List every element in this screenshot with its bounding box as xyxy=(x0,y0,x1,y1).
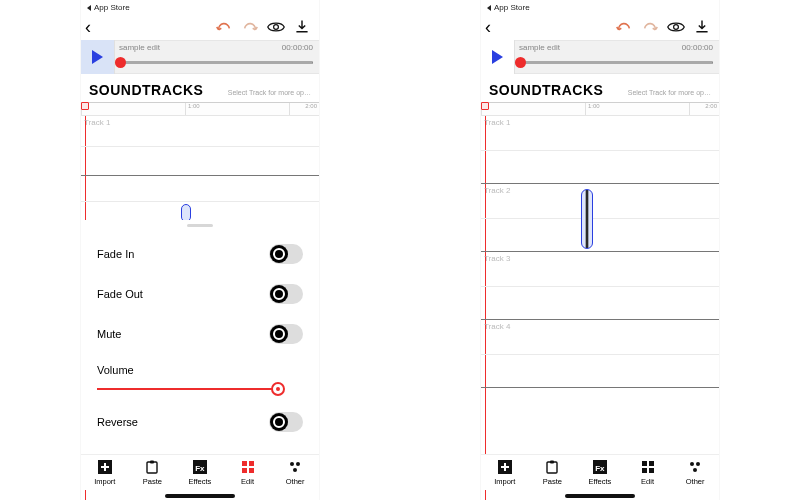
svg-point-11 xyxy=(296,462,300,466)
dots-icon xyxy=(287,459,303,475)
track-label: Track 1 xyxy=(84,118,110,127)
home-indicator[interactable] xyxy=(565,494,635,498)
download-icon xyxy=(694,19,710,35)
redo-icon xyxy=(242,20,258,34)
tracks-area[interactable]: Track 1 Track 2 Track 3 Track 4 xyxy=(481,116,719,500)
transport-progress xyxy=(515,61,713,64)
track-1[interactable]: Track 1 xyxy=(481,116,719,184)
play-icon xyxy=(492,50,503,64)
section-hint: Select Track for more op… xyxy=(228,89,311,96)
dots-icon xyxy=(687,459,703,475)
tab-other[interactable]: Other xyxy=(271,455,319,490)
transport-bar: sample edit 00:00:00 xyxy=(481,40,719,74)
section-header: SOUNDTRACKS Select Track for more op… xyxy=(481,74,719,102)
undo-button[interactable] xyxy=(211,20,237,34)
play-button[interactable] xyxy=(81,40,115,74)
mute-toggle[interactable] xyxy=(269,324,303,344)
screen-right: App Store ‹ sample edit 00:00:00 SOUNDTR… xyxy=(480,0,720,500)
top-toolbar: ‹ xyxy=(481,14,719,40)
tab-effects[interactable]: Fx Effects xyxy=(576,455,624,490)
track-1[interactable]: Track 1 xyxy=(81,116,319,176)
mute-row: Mute xyxy=(81,314,319,354)
svg-rect-2 xyxy=(147,462,157,473)
transport-track[interactable]: sample edit 00:00:00 xyxy=(115,41,319,73)
svg-rect-6 xyxy=(242,461,247,466)
svg-rect-21 xyxy=(642,468,647,473)
transport-time: 00:00:00 xyxy=(282,43,313,52)
fade-in-toggle[interactable] xyxy=(269,244,303,264)
undo-button[interactable] xyxy=(611,20,637,34)
svg-point-10 xyxy=(290,462,294,466)
volume-row: Volume xyxy=(81,354,319,402)
bottom-tabbar: Import Paste Fx Effects Edit Other xyxy=(81,454,319,490)
svg-rect-19 xyxy=(642,461,647,466)
tab-label: Import xyxy=(94,477,115,486)
status-back-label: App Store xyxy=(94,3,130,12)
svg-rect-20 xyxy=(649,461,654,466)
redo-button[interactable] xyxy=(637,20,663,34)
tab-label: Edit xyxy=(241,477,254,486)
tab-label: Effects xyxy=(589,477,612,486)
svg-rect-15 xyxy=(547,462,557,473)
top-toolbar: ‹ xyxy=(81,14,319,40)
tab-paste[interactable]: Paste xyxy=(529,455,577,490)
undo-icon xyxy=(216,20,232,34)
tab-edit[interactable]: Edit xyxy=(624,455,672,490)
track-label: Track 4 xyxy=(484,322,510,331)
plus-icon xyxy=(97,459,113,475)
tab-import[interactable]: Import xyxy=(81,455,129,490)
tab-import[interactable]: Import xyxy=(481,455,529,490)
redo-icon xyxy=(642,20,658,34)
transport-knob[interactable] xyxy=(115,57,126,68)
volume-slider[interactable] xyxy=(97,382,287,396)
preview-button[interactable] xyxy=(663,20,689,34)
download-button[interactable] xyxy=(689,19,715,35)
bottom-tabbar: Import Paste Fx Effects Edit Other xyxy=(481,454,719,490)
tab-label: Paste xyxy=(143,477,162,486)
sheet-drag-handle[interactable] xyxy=(187,224,213,227)
time-ruler[interactable]: 1:00 2:00 xyxy=(81,102,319,116)
back-button[interactable]: ‹ xyxy=(485,18,509,36)
transport-progress xyxy=(115,61,313,64)
time-ruler[interactable]: 1:00 2:00 xyxy=(481,102,719,116)
transport-knob[interactable] xyxy=(515,57,526,68)
svg-rect-8 xyxy=(242,468,247,473)
play-button[interactable] xyxy=(481,40,515,74)
reverse-label: Reverse xyxy=(97,416,269,428)
tab-other[interactable]: Other xyxy=(671,455,719,490)
audio-clip[interactable] xyxy=(581,186,593,252)
mute-label: Mute xyxy=(97,328,269,340)
eye-icon xyxy=(267,20,285,34)
status-back-label: App Store xyxy=(494,3,530,12)
svg-text:Fx: Fx xyxy=(195,464,205,473)
playhead-handle[interactable] xyxy=(81,102,89,110)
svg-rect-16 xyxy=(550,461,554,464)
svg-rect-22 xyxy=(649,468,654,473)
fade-out-toggle[interactable] xyxy=(269,284,303,304)
track-3[interactable]: Track 3 xyxy=(481,252,719,320)
status-bar[interactable]: App Store xyxy=(481,0,719,14)
eye-icon xyxy=(667,20,685,34)
track-2[interactable] xyxy=(81,176,319,226)
svg-text:Fx: Fx xyxy=(595,464,605,473)
home-indicator[interactable] xyxy=(165,494,235,498)
section-title: SOUNDTRACKS xyxy=(89,82,203,98)
download-button[interactable] xyxy=(289,19,315,35)
track-2[interactable]: Track 2 xyxy=(481,184,719,252)
volume-knob[interactable] xyxy=(271,382,285,396)
track-4[interactable]: Track 4 xyxy=(481,320,719,388)
tab-paste[interactable]: Paste xyxy=(129,455,177,490)
transport-track[interactable]: sample edit 00:00:00 xyxy=(515,41,719,73)
back-button[interactable]: ‹ xyxy=(85,18,109,36)
tab-edit[interactable]: Edit xyxy=(224,455,272,490)
svg-point-24 xyxy=(696,462,700,466)
tab-effects[interactable]: Fx Effects xyxy=(176,455,224,490)
clipboard-icon xyxy=(544,459,560,475)
redo-button[interactable] xyxy=(237,20,263,34)
status-bar[interactable]: App Store xyxy=(81,0,319,14)
preview-button[interactable] xyxy=(263,20,289,34)
svg-rect-9 xyxy=(249,468,254,473)
playhead-handle[interactable] xyxy=(481,102,489,110)
track-label: Track 3 xyxy=(484,254,510,263)
reverse-toggle[interactable] xyxy=(269,412,303,432)
